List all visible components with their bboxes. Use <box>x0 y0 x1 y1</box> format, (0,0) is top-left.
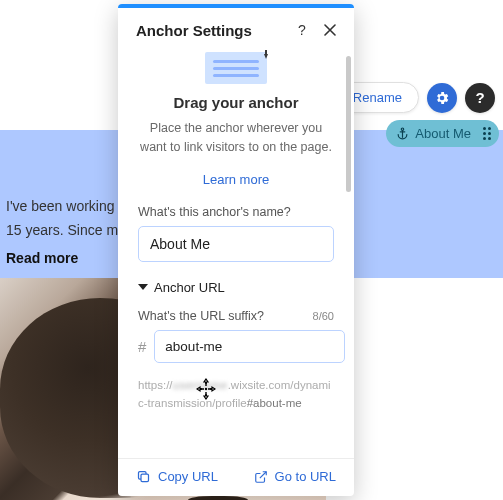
url-suffix-input[interactable] <box>154 330 345 363</box>
anchor-name-input[interactable] <box>138 226 334 262</box>
question-icon: ? <box>298 22 306 38</box>
go-to-url-label: Go to URL <box>275 469 336 484</box>
dialog-subtext: Place the anchor wherever you want to li… <box>140 119 332 158</box>
read-more-link[interactable]: Read more <box>6 250 78 266</box>
url-username-blurred: username <box>173 379 228 391</box>
close-icon <box>324 24 336 36</box>
dialog-help-button[interactable]: ? <box>292 20 312 40</box>
pin-icon <box>259 50 273 60</box>
settings-button[interactable] <box>427 83 457 113</box>
anchor-element-tag[interactable]: About Me <box>386 120 499 147</box>
copy-url-button[interactable]: Copy URL <box>136 469 218 484</box>
dialog-body: Drag your anchor Place the anchor wherev… <box>118 50 354 458</box>
copy-icon <box>136 469 151 484</box>
drag-handle-icon[interactable] <box>483 127 491 140</box>
dialog-header: Anchor Settings ? <box>118 8 354 50</box>
url-prefix: https:// <box>138 379 173 391</box>
learn-more-link[interactable]: Learn more <box>138 172 334 187</box>
dialog-heading: Drag your anchor <box>138 94 334 111</box>
paragraph-line: I've been working <box>6 195 118 219</box>
anchor-tag-label: About Me <box>415 126 471 141</box>
svg-marker-6 <box>264 54 268 59</box>
anchor-settings-dialog: Anchor Settings ? Drag your anchor Place… <box>118 4 354 496</box>
dialog-close-button[interactable] <box>320 20 340 40</box>
url-suffix-label: What's the URL suffix? <box>138 309 264 323</box>
hash-symbol: # <box>138 338 146 355</box>
go-to-url-button[interactable]: Go to URL <box>254 469 336 484</box>
photo-detail <box>188 496 248 500</box>
scrollbar-thumb[interactable] <box>346 56 351 192</box>
char-counter: 8/60 <box>313 310 334 322</box>
url-preview: https://username.wixsite.com/dynamic-tra… <box>138 377 334 413</box>
help-button[interactable]: ? <box>465 83 495 113</box>
page-paragraph: I've been working 15 years. Since m <box>6 195 118 243</box>
anchor-illustration <box>205 52 267 84</box>
svg-rect-7 <box>141 474 149 482</box>
element-toolbar: Rename ? <box>336 82 495 113</box>
copy-url-label: Copy URL <box>158 469 218 484</box>
anchor-icon <box>396 127 409 140</box>
dialog-title: Anchor Settings <box>136 22 284 39</box>
anchor-url-section-label: Anchor URL <box>154 280 225 295</box>
gear-icon <box>434 90 450 106</box>
question-icon: ? <box>475 89 484 106</box>
paragraph-line: 15 years. Since m <box>6 219 118 243</box>
external-link-icon <box>254 470 268 484</box>
url-suffix-preview: #about-me <box>247 397 302 409</box>
anchor-name-label: What's this anchor's name? <box>138 205 334 219</box>
anchor-url-toggle[interactable]: Anchor URL <box>138 280 334 295</box>
svg-line-8 <box>259 471 265 477</box>
dialog-footer: Copy URL Go to URL <box>118 458 354 496</box>
caret-down-icon <box>138 284 148 290</box>
svg-point-0 <box>402 128 404 130</box>
